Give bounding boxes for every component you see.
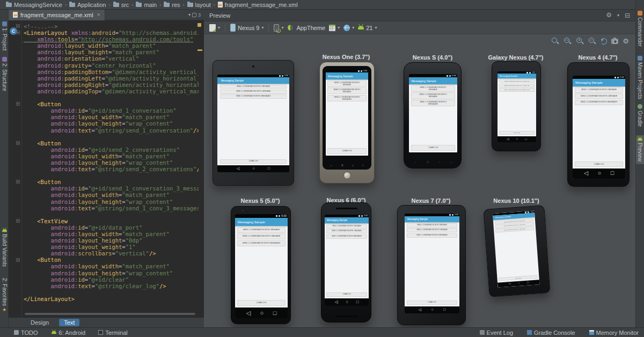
chevron-down-icon: ▾	[352, 25, 354, 30]
device-preview-nexus-7[interactable]: 5:00 Messaging Sample SEND 1 CONVERSATIO…	[397, 205, 466, 325]
statusbar-event-log[interactable]: Event Log	[480, 329, 514, 336]
screenshot-button[interactable]	[611, 39, 618, 44]
fold-marker[interactable]	[16, 180, 20, 184]
device-preview-nexus-4[interactable]: 5:00 Messaging Sample SEND 1 CONVERSATIO…	[567, 62, 630, 187]
sidebar-item-build-variants[interactable]: Build Variants	[0, 229, 9, 267]
sidebar-item-gradle[interactable]: Gradle	[636, 104, 644, 127]
layout-variant-selector[interactable]: ▾	[209, 24, 220, 32]
gear-icon[interactable]: ⚙	[606, 12, 612, 19]
back-icon: ◁	[584, 171, 588, 176]
clear-log-button: CLEAR LOG	[499, 131, 535, 135]
app-button: SEND 1 CONVERSATION WITH 1 MESSAGE	[326, 224, 367, 229]
sidebar-item-preview[interactable]: Preview	[636, 135, 644, 164]
breadcrumb-item[interactable]: main	[133, 2, 159, 8]
status-bar: TODO 6: Android Terminal Event Log Gradl…	[0, 327, 644, 337]
sidebar-item-commander[interactable]: Commander	[636, 11, 644, 47]
device-preview-nexus-9[interactable]: 5:00 Messaging Sample SEND 1 CONVERSATIO…	[213, 60, 294, 186]
hide-panel-icon[interactable]: ⊟	[625, 12, 630, 19]
statusbar-terminal[interactable]: Terminal	[98, 329, 128, 336]
device-screen: 5:00 Messaging Sample SEND 1 CONVERSATIO…	[217, 75, 289, 172]
statusbar-gradle-console[interactable]: Gradle Console	[527, 329, 575, 336]
fold-marker[interactable]	[16, 258, 20, 262]
device-screen: 5:00 Messaging Sample SEND 1 CONVERSATIO…	[497, 71, 536, 142]
nav-bar: ◁○□	[217, 165, 289, 172]
horizontal-scrollbar[interactable]	[25, 313, 195, 315]
fold-marker[interactable]	[16, 141, 20, 145]
code-editor[interactable]: C <!--...--><LinearLayout xmlns:android=…	[9, 20, 204, 318]
commander-icon	[638, 11, 642, 16]
tab-text[interactable]: Text	[59, 319, 79, 326]
device-preview-nexus-one[interactable]: 5:00 Messaging Sample SEND 1 CONVERSATIO…	[319, 62, 375, 184]
layout-variant-icon	[209, 24, 216, 32]
structure-icon	[2, 57, 7, 62]
device-preview-nexus-10[interactable]: 5:00 Messaging Sample SEND 1 CONVERSATIO…	[483, 205, 550, 297]
statusbar-android[interactable]: 6: Android	[51, 329, 86, 336]
zoom-out-button[interactable]: −	[588, 37, 596, 45]
breadcrumb-item[interactable]: src	[111, 2, 132, 8]
todo-icon	[14, 330, 19, 335]
sidebar-item-favorites[interactable]: 2: Favorites ★	[0, 278, 9, 312]
device-label: Nexus 7 (7.0")	[391, 197, 471, 204]
app-button: SEND 1 CONVERSATION WITH 3 MESSAGES	[499, 88, 535, 92]
zoom-actual-size-button[interactable]: 1:1	[564, 37, 572, 45]
hw-back-icon: ←	[414, 160, 417, 164]
app-button: SEND 1 CONVERSATION WITH 1 MESSAGE	[411, 85, 456, 92]
left-tool-stripe: 1: Project 2: Structure Build Variants 2…	[0, 10, 9, 327]
device-icon	[230, 24, 236, 32]
statusbar-memory-monitor[interactable]: Memory Monitor	[589, 329, 639, 336]
sidebar-item-maven-projects[interactable]: Maven Projects	[636, 56, 644, 99]
activity-icon	[329, 25, 335, 31]
orientation-selector[interactable]: ▾	[274, 24, 283, 32]
back-icon: ◁	[246, 310, 250, 316]
device-preview-nexus-5[interactable]: 5:00 Messaging Sample SEND 1 CONVERSATIO…	[231, 206, 291, 324]
app-button: SEND 1 CONVERSATION WITH 3 MESSAGES	[411, 100, 456, 106]
sidebar-item-project[interactable]: 1: Project	[0, 21, 9, 50]
api-level-selector[interactable]: 21▾	[358, 25, 377, 31]
maven-icon	[638, 56, 642, 61]
device-label: Nexus S (4.0")	[392, 54, 473, 61]
device-selector[interactable]: Nexus 9▾	[230, 24, 264, 32]
warning-stripe-mark[interactable]	[197, 49, 202, 51]
close-icon[interactable]: ×	[97, 12, 100, 18]
fold-marker[interactable]	[16, 24, 20, 28]
event-log-icon	[480, 330, 485, 335]
breadcrumb-item[interactable]: Application	[67, 2, 109, 8]
fold-marker[interactable]	[16, 102, 20, 106]
device-preview-galaxy-nexus[interactable]: 5:00 Messaging Sample SEND 1 CONVERSATIO…	[492, 61, 541, 151]
hw-menu-icon: ≡	[341, 164, 343, 167]
breadcrumb-item[interactable]: res	[161, 2, 182, 8]
inspection-indicator[interactable]	[197, 23, 201, 27]
context-gutter-icon[interactable]: C	[10, 27, 17, 35]
breadcrumb-item-file[interactable]: fragment_message_me.xml	[215, 2, 301, 8]
device-screen: 5:00 Messaging Sample SEND 1 CONVERSATIO…	[409, 74, 457, 152]
device-label: Nexus 10 (10.1")	[476, 197, 557, 204]
folder-icon	[69, 3, 75, 7]
tab-fragment-message-me[interactable]: fragment_message_me.xml ×	[9, 10, 105, 20]
sidebar-item-structure[interactable]: 2: Structure	[0, 57, 9, 91]
statusbar-todo[interactable]: TODO	[14, 329, 38, 336]
editor-mode-switch: Design Text	[9, 318, 204, 327]
preview-settings-button[interactable]: ⚙	[623, 38, 629, 45]
locale-selector[interactable]: ▾	[343, 25, 354, 31]
status-icons	[282, 75, 283, 77]
preview-toolbar: ▾ Nexus 9▾ ▾ AppTheme ▾ ▾ 21▾	[204, 21, 635, 34]
tab-design[interactable]: Design	[26, 319, 54, 326]
device-preview-nexus-6[interactable]: 5:00 Messaging Sample SEND 1 CONVERSATIO…	[321, 202, 371, 323]
theme-selector[interactable]: AppTheme	[287, 24, 325, 31]
app-button: SEND 1 CONVERSATION WITH 1 MESSAGE	[575, 87, 623, 93]
side-button	[403, 94, 404, 102]
activity-selector[interactable]: ▾	[329, 25, 340, 31]
breadcrumb-item[interactable]: layout	[185, 2, 214, 8]
fold-marker[interactable]	[16, 219, 20, 223]
preview-header: Preview ⚙ ▾ ⊟	[204, 10, 635, 21]
breadcrumb-item[interactable]: MessagingService	[3, 2, 65, 8]
refresh-button[interactable]	[601, 38, 607, 45]
android-studio-window: MessagingService › Application › src › m…	[0, 0, 644, 337]
tab-overflow-controls[interactable]: ▾ 3	[188, 12, 204, 18]
device-screen: 5:00 Messaging Sample SEND 1 CONVERSATIO…	[235, 214, 288, 318]
status-icons	[617, 77, 619, 78]
zoom-fit-button[interactable]	[551, 37, 559, 45]
device-preview-nexus-s[interactable]: 5:00 Messaging Sample SEND 1 CONVERSATIO…	[404, 62, 462, 169]
nav-bar: ◁○□	[497, 136, 536, 142]
zoom-in-button[interactable]: +	[576, 37, 584, 45]
